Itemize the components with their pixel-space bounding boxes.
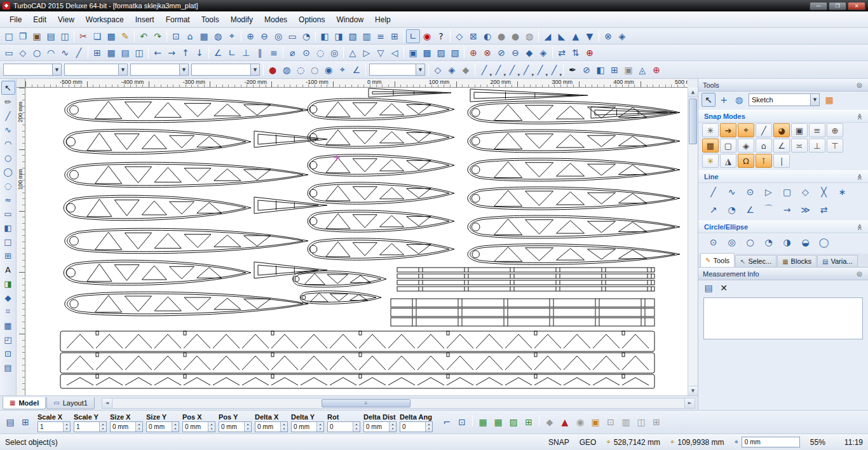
- spinner[interactable]: ▴▾: [389, 422, 396, 432]
- toolbar-icon[interactable]: ▦: [104, 46, 118, 60]
- toolbar-icon[interactable]: ◐: [480, 29, 494, 43]
- snap-mode-button[interactable]: ∠: [773, 139, 790, 153]
- toolbar-icon[interactable]: ⌖: [336, 63, 349, 77]
- toolbar-icon[interactable]: ≡: [267, 46, 281, 60]
- vertical-scroll-thumb[interactable]: [689, 99, 697, 144]
- toolbar-icon[interactable]: ◬: [635, 63, 649, 77]
- spinner-down-icon[interactable]: ▾: [100, 426, 106, 432]
- toolbar-icon[interactable]: ⌒: [759, 203, 778, 216]
- toolbar-icon[interactable]: ↗: [704, 203, 722, 216]
- spinner-up-icon[interactable]: ▴: [245, 422, 251, 427]
- toolbar-icon[interactable]: ∠: [211, 46, 225, 60]
- toolbar-icon[interactable]: ●: [266, 63, 280, 77]
- toolbar-icon[interactable]: ⊞: [522, 415, 536, 429]
- line-style-button[interactable]: ╱▾: [477, 63, 491, 77]
- toolbar-icon[interactable]: ↓: [193, 46, 207, 60]
- toolbar-icon[interactable]: ↷: [151, 29, 165, 43]
- toolbar-icon[interactable]: ╳: [815, 186, 833, 198]
- chevron-down-icon[interactable]: ▼: [250, 64, 259, 75]
- spinner-down-icon[interactable]: ▾: [245, 426, 251, 432]
- section-header-line[interactable]: Line ≫: [698, 170, 868, 183]
- snap-mode-button[interactable]: ⊕: [827, 123, 843, 137]
- snap-mode-button[interactable]: ◕: [773, 123, 790, 137]
- toolbar-icon[interactable]: ↑: [179, 46, 193, 60]
- toolbar-icon[interactable]: ◯: [815, 236, 833, 249]
- snap-mode-button[interactable]: ▣: [791, 123, 808, 137]
- menu-item[interactable]: Insert: [130, 13, 160, 26]
- toolbar-icon[interactable]: ◧: [1, 221, 15, 235]
- toolbar-icon[interactable]: ◇: [431, 63, 445, 77]
- toolbar-icon[interactable]: ◨: [1, 276, 15, 290]
- toolbar-icon[interactable]: ∿: [58, 46, 72, 60]
- toolbar-icon[interactable]: ◫: [132, 46, 146, 60]
- toolbar-icon[interactable]: ╱: [704, 186, 722, 198]
- snap-mode-button[interactable]: ◈: [738, 139, 754, 153]
- palette-tab-varia[interactable]: ▤Varia...: [817, 255, 857, 267]
- toolbar-icon[interactable]: ╱: [72, 46, 86, 60]
- spinner-up-icon[interactable]: ▴: [426, 422, 432, 427]
- snap-mode-button[interactable]: ▦: [702, 139, 719, 153]
- coord-field-size-y[interactable]: 0 mm▴▾: [146, 421, 179, 432]
- snap-toggle[interactable]: SNAP: [548, 438, 569, 447]
- menu-item[interactable]: File: [4, 13, 27, 26]
- toolbar-icon[interactable]: ⊗: [601, 29, 615, 43]
- toolbar-icon[interactable]: ◈: [615, 29, 629, 43]
- spinner-up-icon[interactable]: ▴: [317, 422, 323, 427]
- menu-item[interactable]: Modify: [225, 13, 259, 26]
- line-style-button[interactable]: ╱▾: [519, 63, 533, 77]
- toolbar-icon[interactable]: →: [778, 203, 796, 216]
- palette-tab-blocks[interactable]: ▦Blocks: [777, 255, 817, 267]
- toolbar-icon[interactable]: ⊡: [169, 29, 183, 43]
- maximize-button[interactable]: ❐: [829, 2, 846, 10]
- menu-item[interactable]: Help: [369, 13, 397, 26]
- toolbar-icon[interactable]: ◔: [759, 236, 778, 249]
- toolbar-icon[interactable]: ◧: [318, 29, 332, 43]
- spinner-up-icon[interactable]: ▴: [172, 422, 179, 427]
- toolbar-icon[interactable]: ◠: [44, 46, 58, 60]
- toolbar-icon[interactable]: ⊡: [455, 415, 469, 429]
- toolbar-dropdown[interactable]: ▼: [64, 64, 128, 76]
- menu-item[interactable]: Options: [293, 13, 330, 26]
- toolbar-icon[interactable]: ◑: [778, 236, 796, 249]
- snap-mode-button[interactable]: ⊥: [809, 139, 825, 153]
- toolbar-icon[interactable]: □: [1, 235, 15, 249]
- toolbar-icon[interactable]: ⊞: [1, 249, 15, 262]
- scroll-up-button[interactable]: ▲: [688, 88, 698, 97]
- spinner-down-icon[interactable]: ▾: [136, 426, 142, 432]
- toolbar-icon[interactable]: ⊙: [299, 46, 313, 60]
- toolbar-icon[interactable]: ⌖: [225, 29, 239, 43]
- z-coordinate-field[interactable]: 0 mm: [742, 437, 800, 447]
- toolbar-icon[interactable]: ⊥: [239, 46, 253, 60]
- toolbar-icon[interactable]: ✂: [76, 29, 90, 43]
- toolbar-icon[interactable]: ✒: [566, 63, 580, 77]
- toolbar-icon[interactable]: ⊗: [480, 46, 494, 60]
- toolbar-icon[interactable]: ❐: [16, 29, 30, 43]
- coord-field-delta-y[interactable]: 0 mm▴▾: [291, 421, 324, 432]
- snap-mode-button[interactable]: ╱: [756, 123, 772, 137]
- pin-icon[interactable]: ◎: [855, 81, 864, 88]
- toolbar-icon[interactable]: ▨: [506, 415, 520, 429]
- pin-icon[interactable]: ◎: [855, 270, 864, 277]
- toolbar-icon[interactable]: ◇: [452, 29, 466, 43]
- toolbar-icon[interactable]: ⊕: [466, 46, 480, 60]
- spinner-down-icon[interactable]: ▾: [353, 426, 360, 432]
- toolbar-icon[interactable]: ▧: [448, 46, 462, 60]
- spinner-up-icon[interactable]: ▴: [136, 422, 142, 427]
- snap-mode-button[interactable]: ⌖: [738, 123, 754, 137]
- toolbar-icon[interactable]: ∟: [406, 29, 420, 43]
- menu-item[interactable]: Format: [160, 13, 196, 26]
- toolbar-icon[interactable]: ◆: [543, 415, 557, 429]
- toolbar-icon[interactable]: ◌: [313, 46, 327, 60]
- toolbar-icon[interactable]: ◆: [522, 46, 536, 60]
- snap-mode-button[interactable]: ∣: [773, 154, 790, 168]
- coord-field-pos-y[interactable]: 0 mm▴▾: [219, 421, 252, 432]
- toolbar-icon[interactable]: ▦: [476, 415, 490, 429]
- snap-mode-button[interactable]: ◮: [720, 154, 736, 168]
- toolbar-icon[interactable]: ∿: [1, 123, 15, 137]
- toolbar-icon[interactable]: ◢: [541, 29, 555, 43]
- toolbar-icon[interactable]: ∠: [349, 63, 363, 77]
- menu-item[interactable]: Window: [330, 13, 369, 26]
- palette-tab-tools[interactable]: ✎Tools: [700, 253, 735, 267]
- toolbar-icon[interactable]: ◉: [322, 63, 336, 77]
- toolbar-icon[interactable]: ◉: [420, 29, 434, 43]
